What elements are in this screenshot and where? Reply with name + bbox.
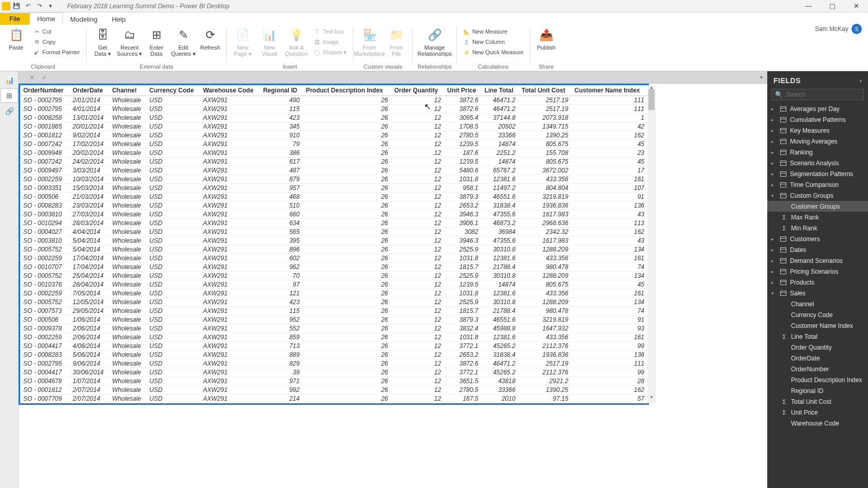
column-header[interactable]: Line Total [482, 85, 519, 96]
paste-button[interactable]: 📋 Paste [3, 26, 29, 51]
field-item[interactable]: ΣMax Rank [767, 212, 868, 223]
edit-queries-button[interactable]: ✎Edit Queries ▾ [171, 26, 196, 57]
field-item[interactable]: Order Quantity [767, 342, 868, 353]
field-item[interactable]: ΣUnit Price [767, 407, 868, 418]
user-area[interactable]: Sam McKay S [815, 24, 862, 34]
field-item[interactable]: OrderNumber [767, 364, 868, 374]
new-page-button[interactable]: 📄New Page ▾ [230, 26, 256, 57]
table-item[interactable]: ▸Time Comparison [767, 179, 868, 190]
field-item[interactable]: Customer Groups [767, 201, 868, 212]
table-row[interactable]: SO - 001029428/03/2014WholesaleUSDAXW291… [20, 219, 647, 228]
table-row[interactable]: SO - 00057525/04/2014WholesaleUSDAXW2918… [20, 245, 647, 254]
field-item[interactable]: Customer Name Index [767, 320, 868, 331]
field-item[interactable]: Channel [767, 298, 868, 309]
table-row[interactable]: SO - 000335115/03/2014WholesaleUSDAXW291… [20, 184, 647, 193]
fx-commit-icon[interactable]: ✓ [40, 74, 49, 81]
table-row[interactable]: SO - 00022592/06/2014WholesaleUSDAXW2918… [20, 333, 647, 342]
new-measure-button[interactable]: 📐New Measure [461, 27, 525, 36]
table-item[interactable]: ▸Dates [767, 244, 868, 255]
table-row[interactable]: SO - 0005061/06/2014WholesaleUSDAXW29195… [20, 316, 647, 324]
table-item[interactable]: ▸Averages per Day [767, 103, 868, 114]
search-input[interactable] [786, 91, 864, 98]
field-item[interactable]: ΣLine Total [767, 331, 868, 342]
fields-search[interactable]: 🔍 [771, 89, 864, 100]
table-row[interactable]: SO - 000825813/01/2014WholesaleUSDAXW291… [20, 114, 647, 122]
table-row[interactable]: SO - 00027954/01/2014WholesaleUSDAXW2911… [20, 105, 647, 114]
maximize-button[interactable]: ▢ [820, 0, 844, 12]
field-item[interactable]: Warehouse Code [767, 418, 868, 429]
scroll-down-icon[interactable]: ▼ [647, 395, 656, 403]
table-item[interactable]: ▾Sales [767, 288, 868, 298]
table-row[interactable]: SO - 000724224/02/2014WholesaleUSDAXW291… [20, 158, 647, 166]
table-row[interactable]: SO - 000757329/05/2014WholesaleUSDAXW291… [20, 307, 647, 316]
minimize-button[interactable]: — [797, 0, 820, 12]
qat-redo-icon[interactable]: ↷ [34, 1, 44, 11]
table-item[interactable]: ▸Moving Averages [767, 136, 868, 147]
table-row[interactable]: SO - 00038105/04/2014WholesaleUSDAXW2913… [20, 237, 647, 245]
table-row[interactable]: SO - 000225910/03/2014WholesaleUSDAXW291… [20, 175, 647, 184]
model-view-button[interactable]: 🔗 [1, 104, 18, 118]
ask-question-button[interactable]: 💡Ask A Question [284, 26, 309, 57]
column-header[interactable]: Warehouse Code [200, 85, 260, 96]
new-column-button[interactable]: ▯New Column [461, 37, 525, 46]
column-header[interactable]: Order Quantity [391, 85, 444, 96]
table-row[interactable]: SO - 000828323/03/2014WholesaleUSDAXW291… [20, 201, 647, 210]
table-row[interactable]: SO - 000994820/02/2014WholesaleUSDAXW291… [20, 149, 647, 158]
field-item[interactable]: Regional ID [767, 385, 868, 396]
table-row[interactable]: SO - 000186520/01/2014WholesaleUSDAXW291… [20, 122, 647, 131]
table-item[interactable]: ▸Pricing Scenarios [767, 266, 868, 277]
column-header[interactable]: Regional ID [260, 85, 303, 96]
table-row[interactable]: SO - 00046781/07/2014WholesaleUSDAXW2919… [20, 377, 647, 386]
table-item[interactable]: ▸Products [767, 277, 868, 288]
data-table[interactable]: OrderNumberOrderDateChannelCurrency Code… [19, 84, 649, 405]
table-row[interactable]: SO - 00044174/06/2014WholesaleUSDAXW2917… [20, 342, 647, 351]
fx-cancel-icon[interactable]: ✕ [28, 74, 36, 81]
table-row[interactable]: SO - 00040274/04/2014WholesaleUSDAXW2915… [20, 228, 647, 237]
recent-sources-button[interactable]: 🗂Recent Sources ▾ [117, 26, 143, 57]
qat-dropdown-icon[interactable]: ▾ [45, 1, 56, 11]
table-row[interactable]: SO - 00027952/01/2014WholesaleUSDAXW2914… [20, 96, 647, 105]
table-item[interactable]: ▸Ranking [767, 147, 868, 158]
field-item[interactable]: OrderDate [767, 353, 868, 364]
table-row[interactable]: SO - 00094973/03/2014WholesaleUSDAXW2914… [20, 166, 647, 175]
new-quick-measure-button[interactable]: ⚡New Quick Measure [461, 48, 525, 57]
field-item[interactable]: ΣMin Rank [767, 223, 868, 233]
enter-data-button[interactable]: ⊞Enter Data [144, 26, 169, 57]
new-visual-button[interactable]: 📊New Visual [257, 26, 283, 57]
table-row[interactable]: SO - 001037628/04/2014WholesaleUSDAXW291… [20, 280, 647, 289]
copy-button[interactable]: ⧉Copy [31, 37, 82, 46]
refresh-button[interactable]: ⟳Refresh [197, 26, 223, 51]
report-view-button[interactable]: 📊 [1, 73, 18, 87]
table-row[interactable]: SO - 00027959/06/2014WholesaleUSDAXW2918… [20, 359, 647, 368]
table-row[interactable]: SO - 000441730/06/2014WholesaleUSDAXW291… [20, 368, 647, 377]
table-item[interactable]: ▸Key Measures [767, 125, 868, 136]
table-row[interactable]: SO - 000575225/04/2014WholesaleUSDAXW291… [20, 272, 647, 280]
tab-modeling[interactable]: Modeling [63, 13, 105, 25]
table-row[interactable]: SO - 000225917/04/2014WholesaleUSDAXW291… [20, 254, 647, 263]
tab-file[interactable]: File [0, 13, 29, 25]
close-button[interactable]: ✕ [844, 0, 868, 12]
table-row[interactable]: SO - 00082835/06/2014WholesaleUSDAXW2918… [20, 351, 647, 359]
format-painter-button[interactable]: 🖌Format Painter [31, 48, 82, 57]
column-header[interactable]: Unit Price [444, 85, 482, 96]
column-header[interactable]: OrderNumber [20, 85, 69, 96]
table-row[interactable]: SO - 00093782/06/2014WholesaleUSDAXW2915… [20, 324, 647, 333]
table-item[interactable]: ▸Scenario Analysis [767, 158, 868, 168]
formula-bar[interactable]: ✕ ✓ ▾ [19, 71, 767, 84]
column-header[interactable]: OrderDate [69, 85, 109, 96]
textbox-button[interactable]: TText box [312, 27, 349, 36]
scroll-thumb[interactable] [648, 89, 655, 110]
table-item[interactable]: ▸Cumulative Patterns [767, 114, 868, 125]
tab-home[interactable]: Home [29, 12, 63, 25]
table-item[interactable]: ▾Custom Groups [767, 190, 868, 201]
table-item[interactable]: ▸Customers [767, 233, 868, 244]
qat-save-icon[interactable]: 💾 [11, 1, 22, 11]
publish-button[interactable]: 📤Publish [533, 26, 559, 51]
pane-collapse-icon[interactable]: › [860, 78, 862, 84]
field-item[interactable]: ΣTotal Unit Cost [767, 396, 868, 407]
column-header[interactable]: Customer Name Index [571, 85, 647, 96]
table-row[interactable]: SO - 000724217/02/2014WholesaleUSDAXW291… [20, 140, 647, 149]
field-item[interactable]: Product Description Index [767, 374, 868, 385]
from-file-button[interactable]: 📁From File [383, 26, 409, 57]
table-row[interactable]: SO - 00018122/07/2014WholesaleUSDAXW2919… [20, 386, 647, 395]
